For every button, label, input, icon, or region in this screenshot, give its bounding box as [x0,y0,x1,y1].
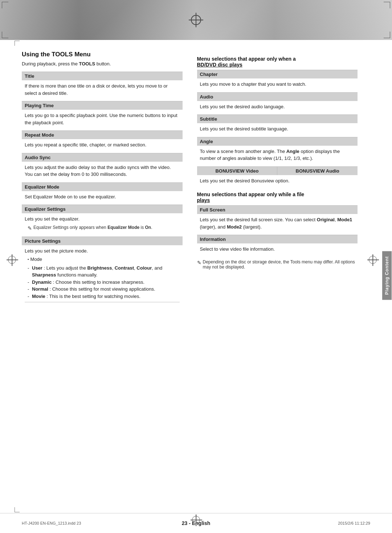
field-body-audio-sync: Lets you adjust the audio delay so that … [22,162,183,182]
field-header-chapter: Chapter [197,70,358,78]
list-item: Dynamic : Choose this setting to increas… [28,279,180,286]
bonusview-audio-header: BONUSVIEW Audio [277,167,358,175]
final-note: ✎ Depending on the disc or storage devic… [197,259,358,270]
field-body-information: Select to view video file information. [197,243,358,257]
field-angle: Angle To view a scene from another angle… [197,137,358,166]
field-header-full-screen: Full Screen [197,205,358,214]
divider [25,302,180,302]
two-column-layout: Using the TOOLS Menu During playback, pr… [22,51,358,309]
field-body-picture-settings: Lets you set the picture mode. Mode User… [22,245,183,308]
page-num: 23 [182,520,188,526]
field-full-screen: Full Screen Lets you set the desired ful… [197,205,358,234]
corner-mark-bottom-left [2,32,8,38]
sidebar-tab-label: Playing Content [382,251,392,300]
reg-mark-left [8,256,16,264]
field-header-information: Information [197,235,358,243]
field-header-subtitle: Subtitle [197,114,358,123]
mode-bullet: Mode [28,256,180,263]
field-picture-settings: Picture Settings Lets you set the pictur… [22,237,183,308]
page-content: Using the TOOLS Menu During playback, pr… [0,40,379,323]
note-text: Equalizer Settings only appears when Equ… [33,224,152,231]
picture-mode-list: User : Lets you adjust the Brightness, C… [28,265,180,300]
field-body-playing-time: Lets you go to a specific playback point… [22,110,183,130]
field-body-chapter: Lets you move to a chapter that you want… [197,78,358,92]
field-chapter: Chapter Lets you move to a chapter that … [197,70,358,92]
section-heading-file-underline: plays [197,197,210,203]
corner-mark-top-left [2,2,8,8]
reg-mark-right [369,256,377,264]
field-bonusview: BONUSVIEW Video BONUSVIEW Audio Lets you… [197,166,358,188]
list-item: Normal : Choose this setting for most vi… [28,286,180,293]
footer-left: HT-J4200 EN-ENG_1213.indd 23 [22,521,138,525]
registration-mark-top [191,15,201,25]
field-header-equalizer-mode: Equalizer Mode [22,182,183,191]
right-column: Menu selections that appear only when a … [197,51,358,309]
field-audio: Audio Lets you set the desired audio lan… [197,92,358,114]
field-subtitle: Subtitle Lets you set the desired subtit… [197,114,358,136]
field-title: Title If there is more than one title on… [22,72,183,100]
corner-mark-bottom-right [384,32,390,38]
equalizer-note: ✎ Equalizer Settings only appears when E… [28,224,180,232]
note-icon: ✎ [28,225,32,232]
footer-right: 2015/2/6 11:12:29 [254,521,370,525]
field-header-title: Title [22,72,183,80]
section-subtitle: During playback, press the TOOLS button. [22,61,183,66]
field-repeat-mode: Repeat Mode Lets you repeat a specific t… [22,130,183,152]
section-heading-bddvd: Menu selections that appear only when a … [197,56,358,68]
section-heading-bddvd-underline: BD/DVD disc plays [197,62,242,68]
bonusview-header-row: BONUSVIEW Video BONUSVIEW Audio [197,166,358,175]
field-playing-time: Playing Time Lets you go to a specific p… [22,101,183,130]
field-body-repeat-mode: Lets you repeat a specific title, chapte… [22,139,183,152]
page-corner-bl [15,507,20,512]
final-note-icon: ✎ [197,260,201,266]
section-title: Using the TOOLS Menu [22,51,183,58]
field-header-picture-settings: Picture Settings [22,237,183,245]
field-body-audio: Lets you set the desired audio language. [197,101,358,114]
section-heading-file: Menu selections that appear only while a… [197,191,358,203]
field-header-equalizer-settings: Equalizer Settings [22,205,183,213]
field-body-subtitle: Lets you set the desired subtitle langua… [197,123,358,136]
final-note-text: Depending on the disc or storage device,… [203,259,358,270]
field-equalizer-mode: Equalizer Mode Set Equalizer Mode on to … [22,182,183,204]
field-header-audio: Audio [197,92,358,101]
corner-mark-top-right [384,2,390,8]
field-equalizer-settings: Equalizer Settings Lets you set the equa… [22,205,183,236]
field-header-playing-time: Playing Time [22,101,183,110]
field-body-bonusview: Lets you set the desired Bonusview optio… [197,175,358,188]
field-body-full-screen: Lets you set the desired full screen siz… [197,214,358,234]
field-audio-sync: Audio Sync Lets you adjust the audio del… [22,153,183,182]
list-item: Movie : This is the best setting for wat… [28,293,180,300]
field-body-angle: To view a scene from another angle. The … [197,146,358,166]
field-body-title: If there is more than one title on a dis… [22,80,183,100]
field-body-equalizer-settings: Lets you set the equalizer. ✎ Equalizer … [22,213,183,236]
field-header-angle: Angle [197,137,358,146]
field-information: Information Select to view video file in… [197,235,358,257]
bonusview-video-header: BONUSVIEW Video [197,167,278,175]
left-column: Using the TOOLS Menu During playback, pr… [22,51,183,309]
field-header-audio-sync: Audio Sync [22,153,183,162]
playing-content-sidebar: Playing Content [382,40,392,511]
field-body-equalizer-mode: Set Equalizer Mode on to use the equaliz… [22,191,183,204]
header-image [0,0,392,40]
mode-label: Mode [30,256,42,263]
reg-mark-bottom [192,516,200,524]
list-item: User : Lets you adjust the Brightness, C… [28,265,180,279]
field-header-repeat-mode: Repeat Mode [22,130,183,139]
